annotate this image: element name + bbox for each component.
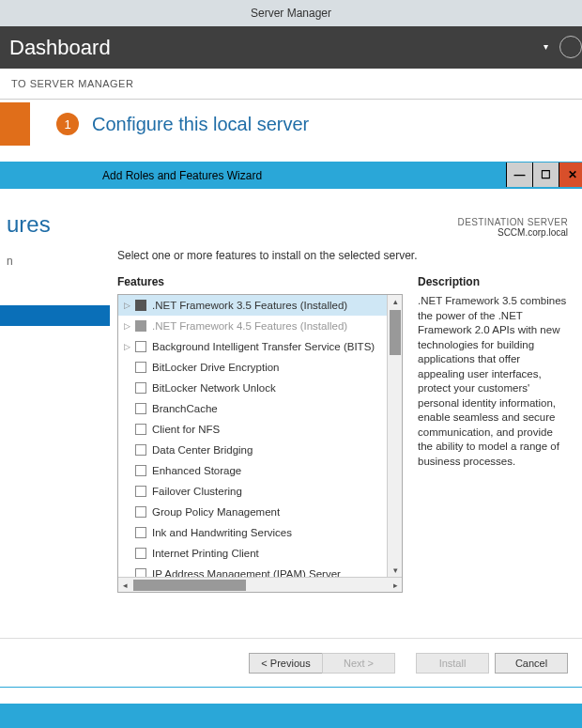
feature-row[interactable]: ▷Background Intelligent Transfer Service… bbox=[118, 336, 387, 357]
quick-start-step[interactable]: 1 Configure this local server bbox=[0, 100, 582, 148]
feature-checkbox[interactable] bbox=[135, 382, 146, 394]
expand-arrow-icon[interactable]: ▷ bbox=[124, 301, 133, 310]
wizard-main: Select one or more features to install o… bbox=[110, 243, 582, 638]
wizard-title: Add Roles and Features Wizard bbox=[102, 169, 262, 182]
feature-label: Enhanced Storage bbox=[152, 465, 241, 476]
maximize-button[interactable]: ☐ bbox=[532, 163, 559, 187]
header-dropdown-caret-icon[interactable]: ▾ bbox=[544, 41, 548, 52]
description-column: Description .NET Framework 3.5 combines … bbox=[418, 275, 574, 638]
feature-checkbox[interactable] bbox=[135, 506, 146, 518]
install-button[interactable]: Install bbox=[416, 653, 489, 674]
minimize-button[interactable]: — bbox=[506, 163, 532, 187]
sidebar-item-selected[interactable] bbox=[0, 305, 110, 326]
feature-row[interactable]: ▷.NET Framework 3.5 Features (Installed) bbox=[118, 295, 387, 316]
description-header: Description bbox=[418, 275, 574, 288]
close-button[interactable]: ✕ bbox=[559, 163, 582, 187]
feature-row[interactable]: Failover Clustering bbox=[118, 481, 387, 502]
step-number-badge: 1 bbox=[56, 113, 79, 135]
feature-checkbox[interactable] bbox=[135, 362, 146, 373]
bottom-accent-stripe bbox=[0, 704, 582, 728]
wizard-header-row: ures DESTINATION SERVER SCCM.corp.local bbox=[0, 189, 582, 243]
feature-checkbox[interactable] bbox=[135, 527, 146, 538]
destination-server-value: SCCM.corp.local bbox=[458, 227, 568, 238]
dashboard-title: Dashboard bbox=[9, 36, 111, 60]
destination-server-block: DESTINATION SERVER SCCM.corp.local bbox=[458, 217, 568, 238]
feature-label: Background Intelligent Transfer Service … bbox=[152, 341, 375, 352]
vertical-scrollbar[interactable]: ▴ ▾ bbox=[387, 295, 402, 577]
feature-checkbox[interactable] bbox=[135, 300, 146, 311]
feature-label: BitLocker Drive Encryption bbox=[152, 362, 280, 373]
scroll-thumb-horizontal[interactable] bbox=[133, 580, 246, 591]
scroll-thumb[interactable] bbox=[390, 310, 401, 355]
feature-row[interactable]: BitLocker Network Unlock bbox=[118, 378, 387, 398]
window-controls: — ☐ ✕ bbox=[506, 163, 582, 187]
server-manager-title: Server Manager bbox=[251, 7, 331, 20]
scroll-right-icon[interactable]: ▸ bbox=[389, 578, 402, 593]
feature-checkbox[interactable] bbox=[135, 444, 146, 456]
feature-checkbox[interactable] bbox=[135, 548, 146, 559]
wizard-intro-text: Select one or more features to install o… bbox=[117, 249, 574, 262]
feature-row[interactable]: BitLocker Drive Encryption bbox=[118, 357, 387, 378]
expand-arrow-icon[interactable]: ▷ bbox=[124, 342, 133, 351]
features-tree: ▷.NET Framework 3.5 Features (Installed)… bbox=[117, 294, 403, 593]
wizard-nav-sidebar: n bbox=[0, 243, 110, 638]
feature-label: BitLocker Network Unlock bbox=[152, 382, 276, 394]
accent-bar bbox=[0, 102, 30, 146]
feature-checkbox[interactable] bbox=[135, 320, 146, 332]
feature-label: .NET Framework 4.5 Features (Installed) bbox=[152, 320, 347, 332]
features-list[interactable]: ▷.NET Framework 3.5 Features (Installed)… bbox=[118, 295, 387, 577]
wizard-button-row: < Previous Next > Install Cancel bbox=[0, 638, 582, 687]
features-column: Features ▷.NET Framework 3.5 Features (I… bbox=[117, 275, 403, 638]
welcome-label: TO SERVER MANAGER bbox=[0, 69, 582, 89]
refresh-icon[interactable] bbox=[559, 36, 582, 58]
feature-label: Group Policy Management bbox=[152, 506, 280, 518]
previous-button[interactable]: < Previous bbox=[249, 653, 322, 674]
features-header: Features bbox=[117, 275, 403, 288]
feature-label: Internet Printing Client bbox=[152, 548, 259, 559]
feature-label: Failover Clustering bbox=[152, 486, 242, 497]
destination-server-label: DESTINATION SERVER bbox=[458, 217, 568, 227]
server-manager-header: Dashboard ▾ bbox=[0, 26, 582, 69]
expand-arrow-icon[interactable]: ▷ bbox=[124, 321, 133, 331]
horizontal-scrollbar[interactable]: ◂ ▸ bbox=[118, 577, 402, 592]
step-text: Configure this local server bbox=[92, 114, 309, 135]
scroll-down-icon[interactable]: ▾ bbox=[388, 564, 402, 577]
feature-checkbox[interactable] bbox=[135, 486, 146, 497]
wizard-page-title: ures bbox=[7, 211, 51, 238]
description-text: .NET Framework 3.5 combines the power of… bbox=[418, 294, 574, 469]
feature-checkbox[interactable] bbox=[135, 424, 146, 435]
sidebar-item-partial[interactable]: n bbox=[0, 249, 110, 273]
feature-row[interactable]: Group Policy Management bbox=[118, 502, 387, 522]
server-manager-titlebar: Server Manager bbox=[0, 0, 582, 26]
feature-label: Client for NFS bbox=[152, 424, 220, 435]
next-button[interactable]: Next > bbox=[322, 653, 395, 674]
feature-checkbox[interactable] bbox=[135, 403, 146, 414]
add-roles-features-wizard: Add Roles and Features Wizard — ☐ ✕ ures… bbox=[0, 162, 582, 688]
feature-label: IP Address Management (IPAM) Server bbox=[152, 568, 341, 577]
feature-label: .NET Framework 3.5 Features (Installed) bbox=[152, 300, 347, 311]
feature-row[interactable]: IP Address Management (IPAM) Server bbox=[118, 564, 387, 577]
feature-row[interactable]: BranchCache bbox=[118, 398, 387, 419]
scroll-up-icon[interactable]: ▴ bbox=[388, 295, 402, 308]
feature-row[interactable]: Client for NFS bbox=[118, 419, 387, 440]
feature-row[interactable]: Enhanced Storage bbox=[118, 460, 387, 481]
feature-checkbox[interactable] bbox=[135, 341, 146, 352]
feature-row[interactable]: Data Center Bridging bbox=[118, 440, 387, 460]
cancel-button[interactable]: Cancel bbox=[495, 653, 568, 674]
wizard-titlebar[interactable]: Add Roles and Features Wizard — ☐ ✕ bbox=[0, 163, 582, 189]
feature-row[interactable]: ▷.NET Framework 4.5 Features (Installed) bbox=[118, 316, 387, 336]
scroll-left-icon[interactable]: ◂ bbox=[118, 578, 131, 593]
feature-label: Ink and Handwriting Services bbox=[152, 527, 292, 538]
feature-checkbox[interactable] bbox=[135, 465, 146, 476]
feature-checkbox[interactable] bbox=[135, 568, 146, 577]
feature-label: Data Center Bridging bbox=[152, 444, 253, 456]
feature-label: BranchCache bbox=[152, 403, 218, 414]
feature-row[interactable]: Ink and Handwriting Services bbox=[118, 522, 387, 543]
feature-row[interactable]: Internet Printing Client bbox=[118, 543, 387, 564]
